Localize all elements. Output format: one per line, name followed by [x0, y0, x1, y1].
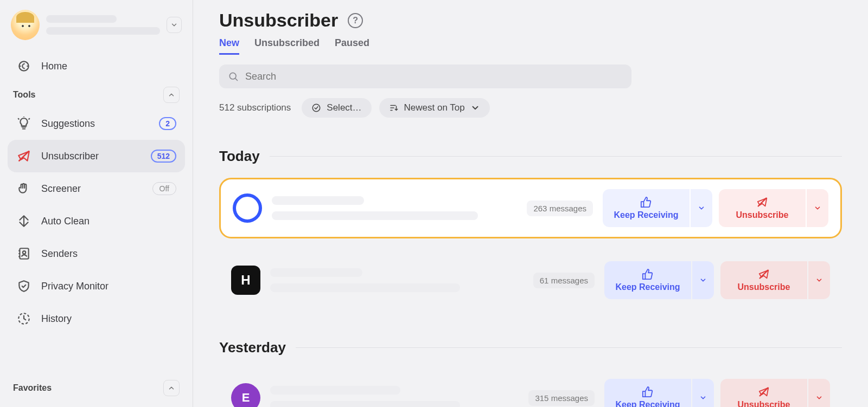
account-email-placeholder [46, 27, 160, 35]
sidebar-item-suggestions[interactable]: Suggestions 2 [8, 107, 185, 140]
group-header-yesterday: Yesterday [219, 339, 842, 356]
chevron-down-icon [815, 394, 823, 402]
collapse-tools-button[interactable] [163, 87, 180, 103]
sidebar-badge-off: Off [152, 182, 176, 195]
tab-paused[interactable]: Paused [335, 37, 369, 55]
keep-receiving-dropdown[interactable] [690, 189, 712, 227]
row-actions: Keep Receiving Unsubscribe [604, 379, 830, 407]
search-field[interactable] [219, 64, 631, 88]
sender-avatar: E [231, 383, 260, 407]
avatar-letter: E [242, 391, 250, 405]
sidebar-item-history[interactable]: History [8, 302, 185, 335]
chevron-down-icon [699, 394, 707, 402]
tabs: New Unsubscribed Paused [219, 37, 842, 55]
unsub-label: Unsubscribe [738, 400, 790, 407]
sidebar-badge: 2 [159, 117, 176, 130]
keep-label: Keep Receiving [615, 282, 680, 292]
divider [270, 156, 842, 157]
shield-icon [16, 279, 31, 294]
search-input[interactable] [245, 71, 623, 82]
sidebar-section-label: Tools [13, 90, 35, 100]
tab-unsubscribed[interactable]: Unsubscribed [254, 37, 320, 55]
unsubscribe-button[interactable]: Unsubscribe [720, 379, 807, 407]
collapse-favorites-button[interactable] [163, 380, 180, 396]
account-switcher[interactable] [8, 8, 185, 50]
sidebar-item-unsubscriber[interactable]: Unsubscriber 512 [8, 140, 185, 172]
row-actions: Keep Receiving Unsubscribe [603, 189, 828, 227]
chevron-down-icon [470, 103, 480, 113]
keep-label: Keep Receiving [615, 400, 680, 407]
svg-point-3 [23, 251, 25, 254]
tab-new[interactable]: New [219, 37, 239, 55]
keep-receiving-button[interactable]: Keep Receiving [604, 261, 691, 299]
keep-receiving-split: Keep Receiving [604, 261, 714, 299]
keep-receiving-split: Keep Receiving [604, 379, 714, 407]
unsubscribe-button[interactable]: Unsubscribe [719, 189, 806, 227]
sort-icon [389, 103, 399, 113]
thumbs-up-icon [642, 268, 654, 280]
subscription-row[interactable]: 263 messages Keep Receiving Unsubscribe [219, 178, 842, 238]
unsub-label: Unsubscribe [738, 282, 790, 292]
account-caret[interactable] [167, 17, 182, 33]
keep-receiving-dropdown[interactable] [691, 261, 714, 299]
message-count: 315 messages [528, 390, 595, 406]
sidebar-item-label: Senders [41, 248, 176, 260]
help-icon: ? [353, 16, 358, 25]
unsubscribe-icon [16, 148, 31, 164]
subscription-count: 512 subscriptions [219, 102, 291, 113]
unsubscribe-dropdown[interactable] [807, 261, 830, 299]
avatar-letter: H [241, 273, 250, 288]
unsubscribe-split: Unsubscribe [720, 379, 830, 407]
chevron-up-icon [168, 91, 175, 99]
sender-name-placeholder [270, 268, 362, 277]
chevron-down-icon [698, 204, 705, 212]
unsubscribe-icon [758, 268, 770, 280]
unsubscribe-dropdown[interactable] [807, 379, 830, 407]
message-count: 263 messages [527, 201, 593, 216]
unsubscribe-button[interactable]: Unsubscribe [720, 261, 807, 299]
keep-receiving-dropdown[interactable] [691, 379, 714, 407]
sidebar-item-label: Unsubscriber [41, 151, 141, 162]
main-content: Unsubscriber ? New Unsubscribed Paused 5… [193, 0, 868, 407]
subscription-row[interactable]: H 61 messages Keep Receiving Unsubscribe [219, 251, 842, 309]
keep-receiving-button[interactable]: Keep Receiving [603, 189, 690, 227]
sidebar-item-label: History [41, 313, 176, 325]
check-circle-icon [311, 103, 321, 113]
group-header-today: Today [219, 148, 842, 165]
chevron-down-icon [699, 276, 707, 284]
sidebar-badge: 512 [151, 150, 176, 163]
unsubscribe-split: Unsubscribe [719, 189, 828, 227]
help-button[interactable]: ? [348, 13, 363, 28]
sender-info [270, 386, 519, 407]
message-count: 61 messages [533, 273, 595, 288]
sort-label: Newest on Top [404, 102, 465, 113]
unsubscribe-dropdown[interactable] [806, 189, 828, 227]
sidebar-item-senders[interactable]: Senders [8, 237, 185, 270]
account-name-placeholder [46, 15, 117, 23]
hand-icon [16, 181, 31, 196]
subscription-row[interactable]: E 315 messages Keep Receiving Unsubscrib… [219, 369, 842, 407]
select-button[interactable]: Select… [302, 98, 371, 118]
sidebar-item-label: Privacy Monitor [41, 281, 176, 292]
sidebar-item-home[interactable]: Home [8, 50, 185, 82]
sidebar: Home Tools Suggestions 2 Unsubscriber 51… [0, 0, 193, 407]
sender-avatar [233, 193, 262, 223]
autoclean-icon [16, 214, 31, 229]
sidebar-item-privacy[interactable]: Privacy Monitor [8, 270, 185, 302]
page-title: Unsubscriber [219, 10, 338, 31]
thumbs-up-icon [642, 386, 654, 398]
keep-receiving-button[interactable]: Keep Receiving [604, 379, 691, 407]
chevron-down-icon [815, 276, 823, 284]
sender-email-placeholder [270, 401, 460, 407]
sender-avatar: H [231, 266, 260, 295]
account-info [46, 15, 160, 35]
group-label: Yesterday [219, 339, 286, 356]
unsubscribe-icon [756, 196, 768, 208]
sort-button[interactable]: Newest on Top [379, 98, 490, 118]
sender-info [272, 196, 517, 220]
search-icon [228, 71, 239, 82]
sidebar-item-autoclean[interactable]: Auto Clean [8, 205, 185, 237]
divider [296, 347, 842, 348]
lightbulb-icon [16, 116, 31, 131]
sidebar-item-screener[interactable]: Screener Off [8, 172, 185, 205]
